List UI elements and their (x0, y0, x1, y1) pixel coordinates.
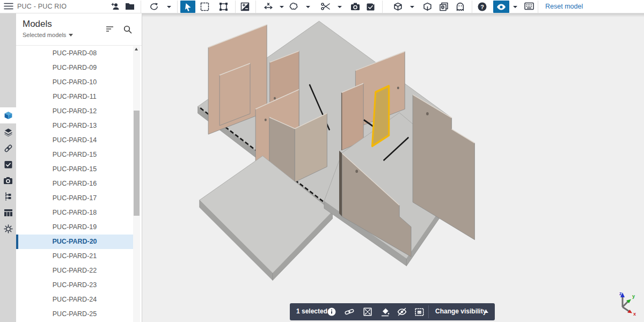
model-list-item[interactable]: PUC-PARD-15 (16, 148, 133, 162)
ghost-cube-icon[interactable] (423, 2, 432, 11)
model-list: PUC-PARD-08PUC-PARD-09PUC-PARD-10PUC-PAR… (16, 46, 133, 322)
camera-icon[interactable] (0, 172, 16, 188)
table-icon[interactable] (0, 204, 16, 221)
toolbar-divider (177, 1, 178, 13)
chevron-down-icon[interactable] (167, 5, 171, 9)
selected-panel[interactable] (372, 86, 389, 146)
hierarchy-icon[interactable] (0, 188, 16, 204)
selection-toolbar: 1 selected (290, 303, 495, 320)
model-list-item[interactable]: PUC-PARD-23 (16, 278, 133, 292)
toolbar-divider (255, 1, 256, 13)
isolate-icon[interactable] (414, 307, 424, 317)
search-icon[interactable] (123, 25, 132, 34)
layers-icon[interactable] (0, 124, 16, 140)
model-list-item[interactable]: PUC-PARD-13 (16, 119, 133, 133)
selection-bar-divider (428, 305, 429, 318)
orbit-icon[interactable] (149, 2, 159, 11)
model-list-item[interactable]: PUC-PARD-22 (16, 264, 133, 278)
model-list-item[interactable]: PUC-PARD-11 (16, 90, 133, 104)
toolbar-divider (472, 1, 472, 13)
toolbar-divider (382, 1, 383, 13)
project-title: PUC - PUC RIO (17, 3, 67, 10)
model-list-item[interactable]: PUC-PARD-21 (16, 249, 133, 264)
toolbar-divider (538, 1, 538, 13)
model-list-item[interactable]: PUC-PARD-20 (16, 235, 133, 249)
visibility-eye-icon[interactable] (493, 1, 509, 13)
model-cube-icon[interactable] (393, 2, 402, 11)
help-icon[interactable]: ? (478, 2, 487, 11)
shortcut-grid-icon[interactable] (524, 2, 534, 10)
chevron-down-icon[interactable] (410, 5, 414, 9)
invert-selection-icon[interactable] (240, 2, 250, 11)
sort-icon[interactable] (106, 25, 114, 32)
add-collaborator-icon[interactable] (111, 2, 121, 11)
measure-icon[interactable] (264, 2, 273, 10)
top-toolbar: PUC - PUC RIO (0, 0, 644, 13)
chevron-up-icon[interactable] (484, 310, 488, 313)
chevron-down-icon[interactable] (280, 5, 284, 9)
section-scissors-icon[interactable] (321, 2, 331, 11)
paint-icon[interactable] (380, 307, 390, 317)
model-list-item[interactable]: PUC-PARD-25 (16, 307, 133, 321)
toolbar-divider (141, 1, 141, 13)
chevron-down-icon[interactable] (338, 5, 342, 9)
info-icon[interactable] (327, 307, 336, 317)
model-list-item[interactable]: PUC-PARD-09 (16, 61, 133, 75)
help-glyph: ? (480, 4, 484, 10)
model-list-item[interactable]: PUC-PARD-14 (16, 133, 133, 148)
chevron-down-icon[interactable] (306, 5, 310, 9)
axis-y-label: y (632, 294, 635, 299)
change-visibility-button[interactable]: Change visibility (435, 308, 486, 315)
link-icon[interactable] (0, 140, 16, 156)
viewport-3d[interactable]: 1 selected (142, 13, 644, 322)
models-panel: Models Selected models PUC-PARD-08PUC-PA… (16, 13, 142, 322)
model-list-item[interactable]: PUC-PARD-16 (16, 177, 133, 191)
chevron-down-icon[interactable] (513, 5, 517, 9)
folder-icon[interactable] (125, 2, 135, 10)
polygon-select-icon[interactable] (219, 2, 228, 11)
model-scene (142, 13, 644, 322)
model-list-item[interactable]: PUC-PARD-17 (16, 191, 133, 206)
views-gallery-icon[interactable] (439, 2, 449, 11)
selected-models-dropdown[interactable]: Selected models (23, 32, 73, 38)
panel-title: Models (23, 19, 52, 30)
todo-clipboard-icon[interactable] (0, 156, 16, 172)
link-icon[interactable] (345, 307, 354, 317)
axis-z-label: z (619, 291, 622, 296)
todo-clipboard-icon[interactable] (366, 2, 375, 11)
model-list-item[interactable]: PUC-PARD-19 (16, 220, 133, 235)
scrollbar-thumb[interactable] (134, 111, 140, 216)
selection-count: 1 selected (296, 308, 327, 315)
snapshot-camera-icon[interactable] (350, 2, 360, 11)
fit-view-icon[interactable] (363, 307, 372, 317)
model-list-item[interactable]: PUC-PARD-12 (16, 104, 133, 119)
scroll-up-arrow[interactable] (135, 48, 138, 50)
toolbar-divider (235, 1, 236, 13)
settings-gear-icon[interactable] (0, 221, 16, 237)
app-window: PUC - PUC RIO (0, 0, 644, 322)
ghost-mode-icon[interactable] (456, 2, 465, 11)
chevron-down-icon (69, 34, 73, 36)
selected-models-label: Selected models (23, 32, 66, 38)
reset-model-link[interactable]: Reset model (545, 3, 583, 10)
marquee-select-icon[interactable] (200, 2, 209, 11)
models-cube-icon[interactable] (0, 107, 16, 123)
model-list-item[interactable]: PUC-PARD-18 (16, 206, 133, 220)
scrollbar[interactable] (133, 46, 140, 322)
hide-icon[interactable] (397, 307, 407, 317)
model-list-item[interactable]: PUC-PARD-24 (16, 292, 133, 307)
hamburger-menu-icon[interactable] (4, 2, 13, 10)
models-panel-header: Models Selected models (16, 13, 142, 46)
markup-cloud-icon[interactable] (289, 2, 298, 11)
model-list-item[interactable]: PUC-PARD-15 (16, 162, 133, 177)
axis-gizmo[interactable]: z x y (610, 290, 638, 318)
select-cursor-icon[interactable] (180, 1, 195, 13)
icon-rail (0, 13, 16, 322)
model-list-item[interactable]: PUC-PARD-08 (16, 46, 133, 61)
axis-x-label: x (633, 311, 636, 317)
model-list-item[interactable]: PUC-PARD-10 (16, 75, 133, 90)
